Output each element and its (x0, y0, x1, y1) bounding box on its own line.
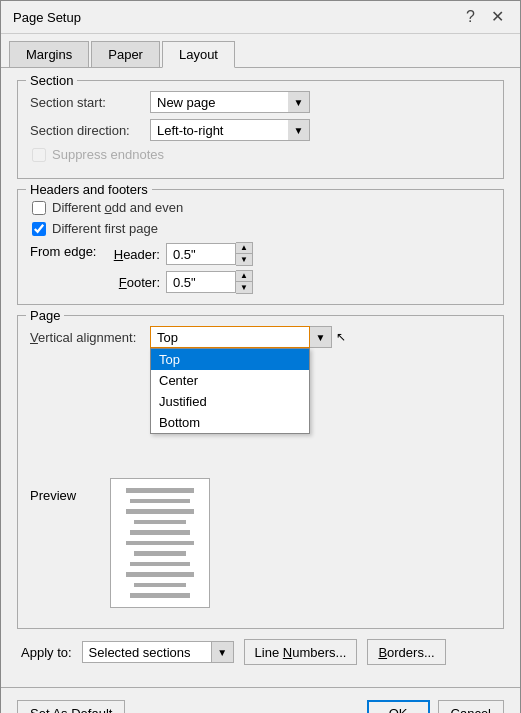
section-direction-combo-wrapper: Left-to-right ▼ (150, 119, 310, 141)
edge-inputs: Header: ▲ ▼ Footer: (110, 242, 253, 294)
apply-to-combo-wrapper: Selected sections ▼ (82, 641, 234, 663)
section-start-value[interactable]: New page (150, 91, 310, 113)
preview-line-10 (134, 583, 186, 588)
diff-odd-even-checkbox[interactable] (32, 201, 46, 215)
preview-line-7 (134, 551, 186, 556)
apply-to-arrow[interactable]: ▼ (212, 641, 234, 663)
footer-spin-down[interactable]: ▼ (236, 282, 252, 293)
section-start-combo-wrapper: New page ▼ (150, 91, 310, 113)
from-edge-label: From edge: (30, 242, 110, 259)
footer-input[interactable] (166, 271, 236, 293)
dropdown-arrow[interactable]: ▼ (310, 326, 332, 348)
header-spin-up[interactable]: ▲ (236, 243, 252, 254)
title-bar: Page Setup ? ✕ (1, 1, 520, 34)
line-numbers-button[interactable]: Line Numbers... (244, 639, 358, 665)
bottom-divider (1, 687, 520, 688)
diff-first-page-label: Different first page (52, 221, 158, 236)
tab-margins[interactable]: Margins (9, 41, 89, 68)
header-row: Header: ▲ ▼ (110, 242, 253, 266)
headers-footers-label: Headers and footers (26, 182, 152, 197)
footer-spinner: ▲ ▼ (166, 270, 253, 294)
dropdown-item-top[interactable]: Top (151, 349, 309, 370)
vertical-alignment-label: Vertical alignment: (30, 330, 150, 345)
preview-line-1 (126, 488, 195, 493)
help-button[interactable]: ? (462, 9, 479, 25)
section-group-label: Section (26, 73, 77, 88)
dropdown-display[interactable]: Top (150, 326, 310, 348)
footer-spin-up[interactable]: ▲ (236, 271, 252, 282)
borders-button[interactable]: Borders... (367, 639, 445, 665)
header-spin-down[interactable]: ▼ (236, 254, 252, 265)
diff-odd-even-label: Different odd and even (52, 200, 183, 215)
diff-first-page-row: Different first page (30, 221, 491, 236)
footer-row: Footer: ▲ ▼ (110, 270, 253, 294)
tab-bar: Margins Paper Layout (1, 34, 520, 68)
section-direction-label: Section direction: (30, 123, 150, 138)
dropdown-item-bottom[interactable]: Bottom (151, 412, 309, 433)
suppress-endnotes-label: Suppress endnotes (52, 147, 164, 162)
headers-footers-group: Headers and footers Different odd and ev… (17, 189, 504, 305)
tab-paper[interactable]: Paper (91, 41, 160, 68)
dropdown-item-justified[interactable]: Justified (151, 391, 309, 412)
section-group: Section Section start: New page ▼ Sectio… (17, 80, 504, 179)
header-label: Header: (110, 247, 160, 262)
section-direction-value[interactable]: Left-to-right (150, 119, 310, 141)
dialog-content: Section Section start: New page ▼ Sectio… (1, 68, 520, 687)
page-group-label: Page (26, 308, 64, 323)
vertical-alignment-dropdown: Top ▼ Top Center Justified Bottom (150, 326, 332, 348)
preview-line-6 (126, 541, 195, 546)
dropdown-list: Top Center Justified Bottom (150, 348, 310, 434)
preview-line-3 (126, 509, 195, 514)
diff-first-page-checkbox[interactable] (32, 222, 46, 236)
section-direction-row: Section direction: Left-to-right ▼ (30, 119, 491, 141)
header-input[interactable] (166, 243, 236, 265)
tab-layout[interactable]: Layout (162, 41, 235, 68)
ok-button[interactable]: OK (367, 700, 430, 713)
preview-box (110, 478, 210, 608)
footer-label: Footer: (110, 275, 160, 290)
section-start-row: Section start: New page ▼ (30, 91, 491, 113)
title-bar-controls: ? ✕ (462, 9, 508, 25)
dropdown-open-wrapper: Top ▼ (150, 326, 332, 348)
apply-to-value[interactable]: Selected sections (82, 641, 212, 663)
suppress-endnotes-checkbox[interactable] (32, 148, 46, 162)
cancel-button[interactable]: Cancel (438, 700, 504, 713)
apply-to-label: Apply to: (21, 645, 72, 660)
apply-to-row: Apply to: Selected sections ▼ Line Numbe… (17, 639, 504, 665)
preview-section: Preview (30, 478, 491, 608)
preview-line-5 (130, 530, 190, 535)
cursor-indicator: ↖ (336, 330, 346, 344)
vertical-alignment-row: Vertical alignment: Top ▼ Top Center Jus… (30, 326, 491, 348)
page-group: Page Vertical alignment: Top ▼ Top Cente… (17, 315, 504, 629)
suppress-endnotes-row: Suppress endnotes (30, 147, 491, 162)
preview-label: Preview (30, 478, 110, 503)
diff-odd-even-row: Different odd and even (30, 200, 491, 215)
preview-line-11 (130, 593, 190, 598)
set-default-button[interactable]: Set As Default (17, 700, 125, 713)
preview-line-2 (130, 499, 190, 504)
header-spinner: ▲ ▼ (166, 242, 253, 266)
preview-line-4 (134, 520, 186, 525)
header-spinner-buttons: ▲ ▼ (236, 242, 253, 266)
from-edge-section: From edge: Header: ▲ ▼ Footer: (30, 242, 491, 294)
footer-spinner-buttons: ▲ ▼ (236, 270, 253, 294)
bottom-row: Set As Default OK Cancel (1, 696, 520, 713)
preview-line-8 (130, 562, 190, 567)
preview-line-9 (126, 572, 195, 577)
page-setup-dialog: Page Setup ? ✕ Margins Paper Layout Sect… (0, 0, 521, 713)
dialog-title: Page Setup (13, 10, 81, 25)
close-button[interactable]: ✕ (487, 9, 508, 25)
section-start-label: Section start: (30, 95, 150, 110)
dropdown-item-center[interactable]: Center (151, 370, 309, 391)
